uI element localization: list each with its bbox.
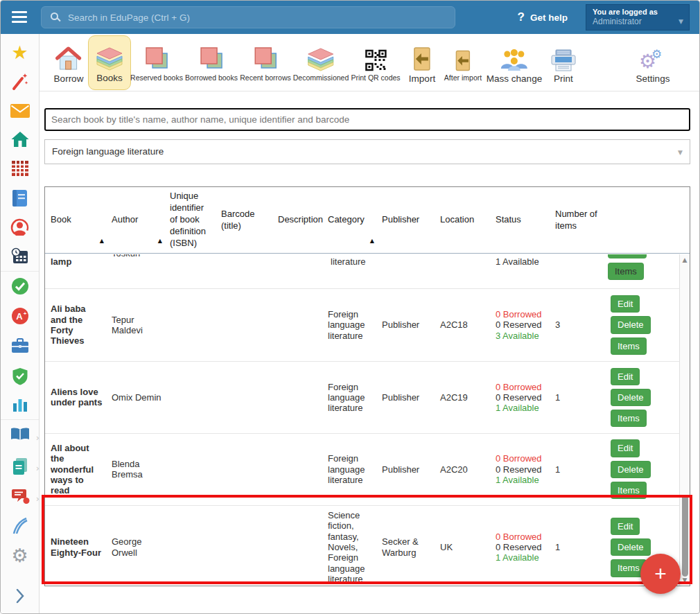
book-publisher: Publisher	[376, 315, 435, 334]
toolbar-item-books[interactable]: Books	[88, 35, 131, 90]
book-isbn	[164, 393, 216, 401]
book-title: All about the wonderful ways to read	[45, 439, 106, 500]
sidebar-item-messages-mail[interactable]	[1, 104, 39, 121]
scroll-down-icon[interactable]: ▼	[680, 575, 690, 585]
status-reserved: 0 Reserved	[496, 392, 547, 403]
documents-icon	[12, 457, 28, 475]
scroll-up-icon[interactable]: ▲	[680, 255, 690, 265]
category-filter-select[interactable]: Foreign language literature ▼	[44, 139, 690, 164]
sidebar-item-documents[interactable]: ›	[1, 457, 39, 478]
items-button[interactable]: Items	[611, 410, 647, 427]
sidebar-item-library[interactable]: ›	[1, 427, 39, 445]
toolbar-item-reserved-books[interactable]: Reserved books	[126, 38, 187, 85]
sidebar-item-favorites[interactable]: ★	[1, 43, 39, 62]
chevron-down-icon: ▼	[679, 18, 683, 25]
hamburger-menu-icon[interactable]	[12, 11, 27, 24]
sidebar-item-students[interactable]	[1, 218, 39, 240]
sidebar-item-writing[interactable]	[1, 517, 39, 538]
approve-check-icon	[11, 277, 29, 295]
book-barcode	[216, 465, 272, 473]
printer-icon	[550, 49, 577, 71]
book-search-input[interactable]	[44, 108, 690, 131]
toolbar-item-import[interactable]: Import	[405, 38, 439, 87]
column-header-location[interactable]: Location	[435, 214, 490, 226]
book-title: lamp	[51, 256, 71, 267]
delete-button[interactable]: Delete	[611, 316, 651, 333]
toolbar-item-recent-borrows[interactable]: Recent borrows	[236, 38, 295, 85]
column-header-description[interactable]: Description	[272, 214, 322, 226]
chevron-right-icon: ›	[36, 493, 40, 504]
items-button[interactable]: Items	[611, 482, 647, 499]
book-category: Foreign language literature	[322, 378, 376, 418]
book-author: George Orwell	[106, 532, 164, 562]
sidebar-item-wizard[interactable]	[1, 73, 39, 94]
toolbar-item-decommissioned[interactable]: Decommissioned	[289, 38, 353, 85]
column-header-barcode[interactable]: Barcode (title)	[216, 209, 272, 232]
sidebar-item-admin[interactable]	[1, 367, 39, 388]
account-dropdown[interactable]: You are logged as Administrator ▼	[586, 4, 690, 30]
book-category: Science fiction, fantasy, Novels, Foreig…	[322, 506, 376, 586]
delete-button[interactable]: Delete	[611, 538, 651, 556]
stacked-cards-icon	[253, 46, 278, 71]
column-header-isbn[interactable]: Unique identifier of book definition (IS…	[164, 191, 216, 249]
column-header-publisher[interactable]: Publisher	[376, 214, 435, 226]
category-filter-value: Foreign language literature	[52, 146, 164, 157]
scrollbar-thumb[interactable]	[682, 495, 688, 577]
book-author: Tepur Maldevi	[106, 310, 164, 340]
edit-button[interactable]: Edit	[611, 518, 640, 535]
delete-button[interactable]: Delete	[611, 389, 651, 406]
column-header-status[interactable]: Status	[490, 214, 550, 226]
edit-button[interactable]: Edit	[611, 439, 640, 457]
book-barcode	[216, 543, 272, 552]
sidebar-item-grades[interactable]: A+	[1, 307, 39, 328]
book-publisher: Publisher	[376, 460, 435, 479]
delete-button[interactable]: Delete	[611, 461, 651, 478]
get-help-button[interactable]: ? Get help	[518, 1, 568, 34]
toolbar-item-after-import[interactable]: After import	[440, 38, 486, 85]
delete-button[interactable]	[608, 254, 647, 258]
sidebar-item-timetable[interactable]	[1, 160, 39, 179]
edit-button[interactable]: Edit	[611, 368, 640, 385]
column-header-category[interactable]: Category▲	[322, 214, 376, 226]
add-book-fab[interactable]: +	[640, 554, 681, 594]
book-location: A2C19	[435, 388, 490, 407]
book-stack-icon	[96, 47, 123, 71]
notebook-icon	[12, 189, 28, 207]
sidebar-item-calendar[interactable]	[1, 247, 39, 268]
table-row-partial: lamp Toskun literature 1 Available Items	[45, 254, 690, 288]
toolbar-item-print[interactable]: Print	[546, 38, 581, 87]
global-search-box[interactable]	[41, 6, 455, 28]
timetable-icon	[11, 160, 29, 177]
column-header-book[interactable]: Book▲	[45, 214, 106, 226]
sidebar-item-approvals[interactable]	[1, 277, 39, 298]
student-icon	[10, 218, 29, 237]
sidebar-item-agenda[interactable]	[1, 338, 39, 357]
table-scrollbar[interactable]: ▲ ▼	[679, 254, 690, 586]
people-group-icon	[499, 49, 530, 71]
toolbar-item-settings[interactable]: ⚙⚙ Settings	[632, 38, 674, 87]
sidebar-item-statistics[interactable]	[1, 397, 39, 415]
toolbar-item-mass-change[interactable]: Mass change	[482, 38, 546, 87]
column-header-number-of-items[interactable]: Number of items	[550, 209, 605, 232]
toolbar-label: Print	[550, 73, 577, 84]
expand-chevron-icon	[15, 588, 25, 604]
import-arrow-icon	[412, 46, 432, 71]
sidebar-expand-button[interactable]	[1, 588, 39, 606]
sidebar-item-notebook[interactable]	[1, 189, 39, 210]
edit-button[interactable]: Edit	[611, 295, 640, 313]
status-borrowed: 0 Borrowed	[496, 453, 547, 464]
sidebar-item-settings[interactable]: ⚙	[1, 546, 39, 565]
sidebar-item-home[interactable]	[1, 131, 39, 150]
items-button[interactable]: Items	[608, 263, 644, 280]
toolbar-item-print-qr-codes[interactable]: Print QR codes	[347, 38, 404, 85]
items-button[interactable]: Items	[611, 337, 647, 355]
chevron-down-icon: ▼	[678, 141, 683, 164]
global-search-input[interactable]	[67, 7, 448, 28]
column-header-author[interactable]: Author▲	[106, 214, 164, 226]
table-body: lamp Toskun literature 1 Available Items…	[45, 254, 690, 586]
edupage-library-window: ? Get help You are logged as Administrat…	[0, 0, 700, 614]
toolbar-item-borrow[interactable]: Borrow	[50, 38, 88, 87]
row-actions: Edit Delete Items	[605, 290, 679, 361]
sidebar-item-communication[interactable]: ›	[1, 488, 39, 507]
toolbar-item-borrowed-books[interactable]: Borrowed books	[181, 38, 242, 85]
